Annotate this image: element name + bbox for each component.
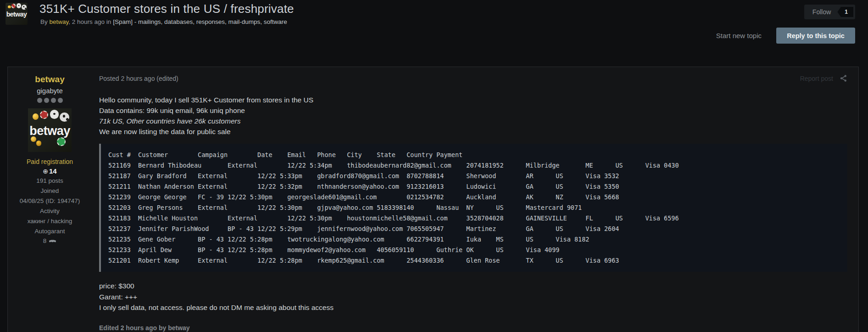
post-timestamp: Posted 2 hours ago (edited) bbox=[99, 75, 178, 82]
poker-chip-icon bbox=[40, 111, 48, 119]
topic-author-avatar[interactable]: betway bbox=[6, 3, 28, 25]
follow-count-badge: 1 bbox=[837, 7, 853, 17]
page-title: 351K+ Customer stores in the US / freshp… bbox=[39, 2, 294, 16]
autogarant-label: Autogarant bbox=[8, 227, 92, 236]
coin-icon bbox=[8, 6, 11, 9]
author-reputation: ⊕14 bbox=[8, 167, 92, 175]
coin-icon bbox=[33, 113, 39, 119]
note-line: I only sell data, not access. please do … bbox=[99, 302, 847, 313]
soccer-ball-icon bbox=[60, 113, 69, 122]
post-paragraph: 71k US, Other countries have 26k custome… bbox=[99, 116, 847, 126]
byline-middle: , 2 hours ago in bbox=[68, 18, 111, 25]
author-username-link[interactable]: betway bbox=[8, 74, 92, 84]
soccer-ball-icon bbox=[17, 3, 21, 8]
betway-logo: betway bbox=[28, 108, 72, 152]
price-line: price: $300 bbox=[99, 281, 847, 292]
betway-logo: betway bbox=[6, 3, 28, 25]
author-group: Paid registration bbox=[8, 158, 92, 165]
author-post-count: 191 posts bbox=[8, 177, 92, 185]
avatar-logo-text: betway bbox=[29, 124, 70, 138]
plus-circle-icon: ⊕ bbox=[43, 168, 48, 175]
byline-prefix: By bbox=[40, 18, 48, 25]
share-icon[interactable] bbox=[840, 74, 847, 82]
byline-author-link[interactable]: betway bbox=[50, 18, 69, 25]
deals-count: 8 bbox=[43, 237, 47, 244]
follow-button[interactable]: Follow 1 bbox=[804, 5, 855, 19]
post-footer-text: price: $300 Garant: +++ I only sell data… bbox=[99, 281, 847, 313]
poker-chip-icon bbox=[57, 137, 66, 146]
topic-byline: By betway, 2 hours ago in [Spam] - maili… bbox=[40, 18, 287, 25]
post-paragraph: Hello community, today I sell 351K+ Cust… bbox=[99, 95, 847, 105]
page: betway 351K+ Customer stores in the US /… bbox=[0, 0, 868, 332]
edited-note: Edited 2 hours ago by betway bbox=[99, 324, 847, 332]
topic-header: betway 351K+ Customer stores in the US /… bbox=[0, 0, 868, 51]
topic-actions: Start new topic Reply to this topic bbox=[716, 28, 855, 44]
post-meta-actions: Report post bbox=[800, 74, 847, 82]
author-rank-title: gigabyte bbox=[8, 87, 92, 95]
start-new-topic-link[interactable]: Start new topic bbox=[716, 32, 762, 39]
coin-icon bbox=[36, 141, 41, 146]
garant-line: Garant: +++ bbox=[99, 292, 847, 303]
soccer-ball-icon bbox=[22, 5, 27, 10]
joined-value: 04/08/25 (ID: 194747) bbox=[8, 197, 92, 205]
post-text: Hello community, today I sell 351K+ Cust… bbox=[99, 95, 847, 137]
handshake-icon bbox=[49, 238, 56, 244]
follow-label: Follow bbox=[812, 8, 831, 16]
activity-value: хакинг / hacking bbox=[8, 217, 92, 225]
post-body: Posted 2 hours ago (edited) Report post … bbox=[92, 67, 858, 332]
author-avatar[interactable]: betway bbox=[28, 108, 72, 152]
code-block: Cust # Customer Campaign Date Email Phon… bbox=[99, 144, 847, 272]
post-paragraph: We are now listing the data for public s… bbox=[99, 126, 847, 137]
author-pane: betway gigabyte betway Paid registration… bbox=[8, 67, 92, 332]
activity-label: Activity bbox=[8, 207, 92, 215]
joined-label: Joined bbox=[8, 187, 92, 195]
avatar-logo-text: betway bbox=[6, 11, 27, 18]
deals-row: 8 bbox=[8, 237, 92, 244]
poker-chip-icon bbox=[11, 4, 16, 8]
byline-category-link[interactable]: [Spam] - mailings, databases, responses,… bbox=[113, 18, 287, 25]
post: betway gigabyte betway Paid registration… bbox=[7, 67, 859, 332]
reply-to-topic-button[interactable]: Reply to this topic bbox=[776, 28, 855, 44]
rank-pips bbox=[8, 98, 92, 103]
report-post-link[interactable]: Report post bbox=[800, 75, 833, 82]
post-meta-row: Posted 2 hours ago (edited) Report post bbox=[99, 74, 847, 82]
soccer-ball-icon bbox=[50, 110, 59, 119]
post-paragraph: Data contains: 99k uniq email, 96k uniq … bbox=[99, 105, 847, 116]
reputation-value: 14 bbox=[49, 167, 57, 175]
